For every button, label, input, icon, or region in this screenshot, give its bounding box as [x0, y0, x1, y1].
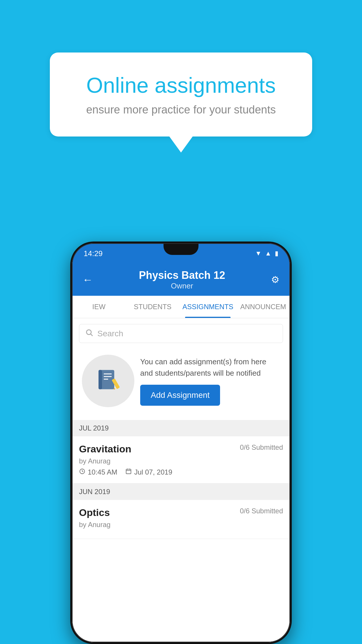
app-bar: ← Physics Batch 12 Owner ⚙ [72, 264, 290, 296]
wifi-icon [255, 250, 261, 257]
status-time: 14:29 [84, 249, 103, 258]
svg-rect-12 [126, 469, 131, 474]
assignment-name-gravitation: Gravitation [79, 443, 131, 455]
svg-line-1 [91, 334, 92, 336]
assignment-item-top: Gravitation 0/6 Submitted [79, 443, 283, 455]
assignment-name-optics: Optics [79, 507, 110, 518]
assignment-submitted-optics: 0/6 Submitted [240, 507, 283, 515]
clock-icon [79, 468, 85, 476]
svg-rect-3 [99, 370, 102, 389]
speech-bubble-title: Online assignments [73, 73, 289, 98]
phone-container: 14:29 ← Physics Batch 12 Owner ⚙ [70, 242, 292, 644]
add-assignment-button[interactable]: Add Assignment [140, 385, 220, 406]
assignment-item-top-optics: Optics 0/6 Submitted [79, 507, 283, 518]
phone-shell: 14:29 ← Physics Batch 12 Owner ⚙ [70, 242, 292, 644]
assignment-item-optics[interactable]: Optics 0/6 Submitted by Anurag [72, 500, 290, 539]
tab-students[interactable]: STUDENTS [126, 296, 179, 318]
app-bar-center: Physics Batch 12 Owner [139, 269, 225, 290]
assignment-by-gravitation: by Anurag [79, 457, 283, 465]
signal-icon [265, 250, 271, 257]
empty-state-text: You can add assignment(s) from here and … [140, 356, 280, 379]
screen-content: Search [72, 318, 290, 642]
assignment-meta-gravitation: 10:45 AM Jul 07, 201 [79, 468, 283, 476]
search-placeholder: Search [97, 329, 123, 338]
battery-icon [275, 250, 278, 257]
section-header-jun: JUN 2019 [72, 484, 290, 500]
assignment-item-gravitation[interactable]: Gravitation 0/6 Submitted by Anurag [72, 436, 290, 484]
tab-iew[interactable]: IEW [72, 296, 126, 318]
phone-screen: 14:29 ← Physics Batch 12 Owner ⚙ [72, 243, 290, 642]
speech-bubble-subtitle: ensure more practice for your students [73, 104, 289, 116]
calendar-icon [125, 468, 132, 476]
empty-state: You can add assignment(s) from here and … [79, 349, 283, 413]
tab-announcements[interactable]: ANNOUNCEM [236, 296, 290, 318]
empty-state-right: You can add assignment(s) from here and … [140, 356, 280, 406]
section-header-jul: JUL 2019 [72, 420, 290, 436]
settings-button[interactable]: ⚙ [271, 274, 280, 285]
svg-point-0 [87, 330, 91, 335]
speech-bubble-arrow [169, 136, 193, 153]
search-bar[interactable]: Search [79, 324, 283, 343]
svg-line-11 [82, 471, 83, 472]
status-bar: 14:29 [72, 243, 290, 264]
assignment-time-gravitation: 10:45 AM [79, 468, 117, 476]
tabs-container: IEW STUDENTS ASSIGNMENTS ANNOUNCEM [72, 296, 290, 318]
assignment-date-gravitation: Jul 07, 2019 [125, 468, 172, 476]
search-icon [85, 328, 93, 339]
back-button[interactable]: ← [82, 274, 93, 286]
status-icons [255, 250, 278, 257]
speech-bubble-container: Online assignments ensure more practice … [50, 52, 312, 153]
app-bar-title: Physics Batch 12 [139, 269, 225, 281]
date-text-gravitation: Jul 07, 2019 [134, 468, 172, 476]
assignment-submitted-gravitation: 0/6 Submitted [240, 443, 283, 452]
time-text-gravitation: 10:45 AM [88, 468, 117, 476]
notch [164, 243, 198, 255]
assignment-icon-circle [82, 355, 134, 407]
app-bar-subtitle: Owner [139, 281, 225, 290]
assignment-by-optics: by Anurag [79, 521, 283, 529]
tab-assignments[interactable]: ASSIGNMENTS [180, 296, 236, 318]
speech-bubble: Online assignments ensure more practice … [50, 52, 312, 136]
